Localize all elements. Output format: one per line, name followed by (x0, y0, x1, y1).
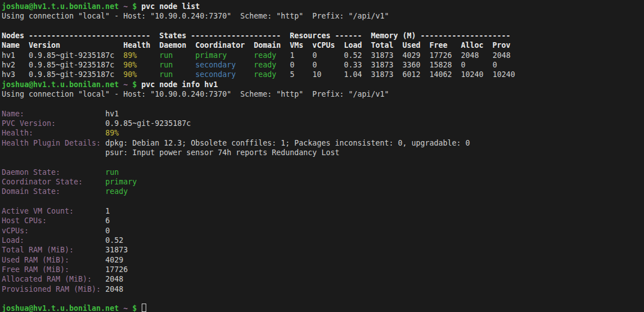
node-version: 0.9.85~git-9235187c (29, 61, 123, 69)
info-line-provisioned-ram: Provisioned RAM (MiB): 2048 (2, 284, 644, 294)
field-value: 6 (105, 216, 110, 225)
command-pvc-node-info: pvc node info hv1 (137, 80, 218, 89)
table-section-header: Nodes --------------------------- States… (2, 31, 511, 40)
blank-line (2, 157, 644, 167)
connection-info-line-2: Using connection "local" - Host: "10.90.… (2, 89, 644, 99)
info-line-health-plugin-details: Health Plugin Details: dpkg: Debian 12.3… (2, 138, 644, 148)
terminal-cursor[interactable] (142, 304, 146, 312)
node-name: hv3 (2, 70, 29, 79)
info-line-total-ram: Total RAM (MiB): 31873 (2, 245, 644, 255)
info-line-health-plugin-details-cont: psur: Input power sensor 74h reports Red… (2, 148, 644, 157)
field-value: dpkg: Debian 12.3; Obsolete conffiles: 1… (105, 139, 470, 147)
node-health: 89% (123, 51, 159, 60)
info-line-domain-state: Domain State: ready (2, 187, 644, 196)
field-value: 17726 (105, 265, 128, 274)
connection-info-line-1: Using connection "local" - Host: "10.90.… (2, 11, 644, 21)
node-version: 0.9.85~git-9235187c (29, 70, 123, 79)
field-value: 4029 (105, 256, 123, 264)
field-value: psur: Input power sensor 74h reports Red… (105, 148, 339, 157)
field-label: Health: (2, 129, 105, 137)
prompt-cwd: ~ (123, 2, 128, 11)
spacer (119, 304, 123, 312)
spacer (2, 148, 105, 157)
field-value: run (105, 168, 119, 177)
spacer (128, 80, 132, 89)
prompt-user-host: joshua@hv1.t.u.bonilan.net (2, 80, 119, 89)
node-coordinator-state: secondary (195, 61, 254, 69)
blank-line (2, 294, 644, 304)
field-value: 0 (105, 227, 110, 235)
node-health: 90% (123, 61, 159, 69)
node-daemon-state: run (159, 51, 195, 60)
terminal-screen[interactable]: joshua@hv1.t.u.bonilan.net ~ $ pvc node … (0, 0, 644, 312)
info-line-health: Health: 89% (2, 128, 644, 138)
blank-line (2, 21, 644, 31)
blank-line (2, 99, 644, 108)
node-health: 90% (123, 70, 159, 79)
field-value: primary (105, 178, 137, 186)
node-name: hv2 (2, 61, 29, 69)
field-label: Free RAM (MiB): (2, 265, 105, 274)
prompt-user-host: joshua@hv1.t.u.bonilan.net (2, 2, 119, 11)
field-label: Health Plugin Details: (2, 139, 105, 147)
node-coordinator-state: primary (195, 51, 254, 60)
node-daemon-state: run (159, 70, 195, 79)
spacer (137, 304, 141, 312)
node-row-hv3: hv3 0.9.85~git-9235187c 90% run secondar… (2, 70, 644, 79)
node-domain-state: ready (254, 61, 290, 69)
field-label: Active VM Count: (2, 207, 105, 215)
node-resources: 5 10 1.04 31873 6012 14062 10240 10240 (290, 70, 515, 79)
info-line-used-ram: Used RAM (MiB): 4029 (2, 255, 644, 265)
node-domain-state: ready (254, 70, 290, 79)
field-value: 2048 (105, 285, 123, 293)
field-value: 2048 (105, 275, 123, 283)
spacer (128, 304, 132, 312)
node-resources: 0 0 0.33 31873 3360 15828 0 0 (290, 61, 497, 69)
command-pvc-node-list: pvc node list (137, 2, 200, 11)
field-label: Domain State: (2, 187, 105, 196)
table-column-header-line: Name Version Health Daemon Coordinator D… (2, 40, 644, 50)
field-label: Total RAM (MiB): (2, 246, 105, 254)
prompt-symbol: $ (132, 80, 137, 89)
info-line-load: Load: 0.52 (2, 236, 644, 245)
info-line-vcpus: vCPUs: 0 (2, 226, 644, 236)
info-line-free-ram: Free RAM (MiB): 17726 (2, 265, 644, 274)
shell-prompt-line-3: joshua@hv1.t.u.bonilan.net ~ $ (2, 304, 644, 312)
field-label: Load: (2, 236, 105, 245)
node-domain-state: ready (254, 51, 290, 60)
node-name: hv1 (2, 51, 29, 60)
field-label: Host CPUs: (2, 216, 105, 225)
field-value: ready (105, 187, 128, 196)
node-resources: 1 0 0.52 31873 4029 17726 2048 2048 (290, 51, 510, 60)
field-value: hv1 (105, 110, 119, 118)
node-row-hv1: hv1 0.9.85~git-9235187c 89% run primary … (2, 51, 644, 60)
blank-line (2, 197, 644, 206)
info-line-daemon-state: Daemon State: run (2, 168, 644, 177)
node-coordinator-state: secondary (195, 70, 254, 79)
spacer (119, 2, 123, 11)
field-value: 0.9.85~git-9235187c (105, 119, 191, 128)
shell-prompt-line-2: joshua@hv1.t.u.bonilan.net ~ $ pvc node … (2, 80, 644, 89)
info-line-allocated-ram: Allocated RAM (MiB): 2048 (2, 274, 644, 284)
connection-info: Using connection "local" - Host: "10.90.… (2, 12, 389, 20)
field-value: 1 (105, 207, 110, 215)
field-label: Used RAM (MiB): (2, 256, 105, 264)
field-value: 0.52 (105, 236, 123, 245)
prompt-user-host: joshua@hv1.t.u.bonilan.net (2, 304, 119, 312)
prompt-cwd: ~ (123, 304, 128, 312)
field-value: 89% (105, 129, 119, 137)
field-label: Daemon State: (2, 168, 105, 177)
table-column-headers: Name Version Health Daemon Coordinator D… (2, 41, 511, 49)
field-label: Coordinator State: (2, 178, 105, 186)
field-label: vCPUs: (2, 227, 105, 235)
node-row-hv2: hv2 0.9.85~git-9235187c 90% run secondar… (2, 60, 644, 70)
field-value: 31873 (105, 246, 128, 254)
field-label: Allocated RAM (MiB): (2, 275, 105, 283)
spacer (119, 80, 123, 89)
field-label: Name: (2, 110, 105, 118)
node-version: 0.9.85~git-9235187c (29, 51, 123, 60)
spacer (128, 2, 132, 11)
info-line-name: Name: hv1 (2, 109, 644, 119)
table-section-header-line: Nodes --------------------------- States… (2, 31, 644, 40)
field-label: Provisioned RAM (MiB): (2, 285, 105, 293)
